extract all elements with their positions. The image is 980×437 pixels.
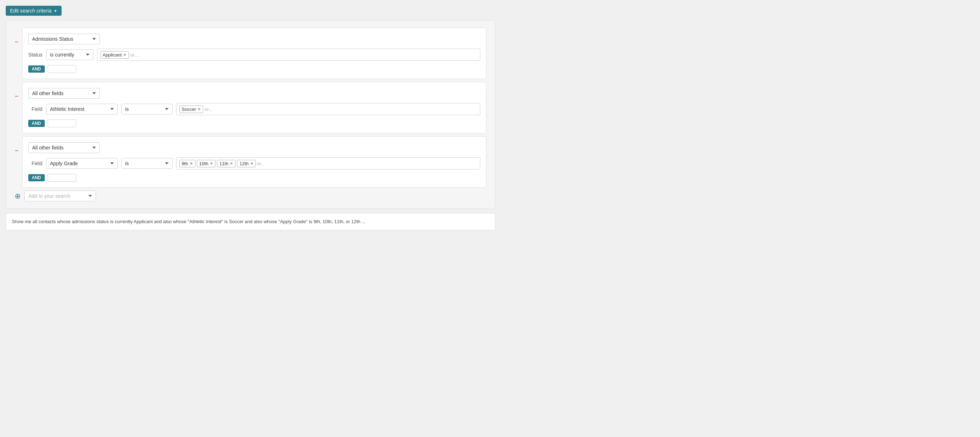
status-bar: Show me all contacts whose admissions st… (6, 213, 495, 230)
and-row-1: AND (28, 65, 480, 73)
criteria-group-1: − Admissions Status All other fields Cus… (15, 27, 487, 79)
criteria-group-2: − Admissions Status All other fields Cus… (15, 82, 487, 133)
remove-group-3-button[interactable]: − (15, 147, 19, 155)
remove-group-2-button[interactable]: − (15, 93, 19, 100)
tag-applicant-remove[interactable]: ✕ (123, 53, 126, 57)
field-label-1: Status (28, 52, 43, 58)
add-to-search-select[interactable]: Add to your search Admissions Status All… (24, 191, 96, 201)
and-row-3: AND (28, 174, 480, 182)
field-select-2[interactable]: Athletic Interest Apply Grade Graduation… (46, 104, 118, 114)
category-select-2[interactable]: Admissions Status All other fields Custo… (28, 88, 100, 99)
search-criteria-container: − Admissions Status All other fields Cus… (6, 20, 495, 209)
tag-applicant: Applicant ✕ (100, 51, 129, 59)
remove-group-1-button[interactable]: − (15, 38, 19, 46)
tag-11th: 11th ✕ (217, 160, 235, 167)
and-input-3[interactable] (48, 174, 76, 182)
criteria-group-3: − Admissions Status All other fields Cus… (15, 136, 487, 188)
tag-11th-label: 11th (220, 161, 228, 166)
and-button-3[interactable]: AND (28, 174, 45, 181)
edit-search-label: Edit search criteria (10, 8, 51, 14)
field-select-3[interactable]: Athletic Interest Apply Grade Graduation… (46, 158, 118, 169)
field-label-2: Field (28, 106, 43, 112)
and-button-1[interactable]: AND (28, 65, 45, 73)
criteria-box-1: Admissions Status All other fields Custo… (22, 27, 487, 79)
category-select-3[interactable]: Admissions Status All other fields Custo… (28, 142, 100, 153)
tag-12th-remove[interactable]: ✕ (250, 162, 253, 166)
tag-soccer-remove[interactable]: ✕ (197, 107, 201, 111)
category-row-3: Admissions Status All other fields Custo… (28, 142, 480, 153)
condition-select-2[interactable]: is is not contains does not contain (121, 104, 172, 114)
tag-10th: 10th ✕ (197, 160, 215, 167)
field-label-3: Field (28, 161, 43, 166)
tag-12th-label: 12th (239, 161, 248, 166)
field-row-3: Field Athletic Interest Apply Grade Grad… (28, 157, 480, 169)
and-input-1[interactable] (48, 65, 76, 73)
tag-10th-remove[interactable]: ✕ (210, 162, 213, 166)
criteria-box-2: Admissions Status All other fields Custo… (22, 82, 487, 133)
status-text: Show me all contacts whose admissions st… (12, 219, 366, 224)
category-row-2: Admissions Status All other fields Custo… (28, 88, 480, 99)
tag-12th: 12th ✕ (237, 160, 256, 167)
and-row-2: AND (28, 119, 480, 127)
tag-9th: 9th ✕ (179, 160, 196, 167)
tag-11th-remove[interactable]: ✕ (230, 162, 233, 166)
tag-placeholder-1: or... (130, 52, 138, 58)
tag-applicant-label: Applicant (103, 52, 122, 58)
tag-soccer: Soccer ✕ (179, 106, 203, 113)
add-icon[interactable]: ⊕ (15, 192, 21, 200)
add-to-search-row: ⊕ Add to your search Admissions Status A… (15, 191, 487, 201)
tag-soccer-label: Soccer (182, 106, 196, 112)
edit-search-button[interactable]: Edit search criteria ▼ (6, 6, 62, 16)
category-row-1: Admissions Status All other fields Custo… (28, 33, 480, 44)
criteria-box-3: Admissions Status All other fields Custo… (22, 136, 487, 188)
tag-9th-remove[interactable]: ✕ (190, 162, 193, 166)
condition-select-1[interactable]: is currently is not currently was was no… (46, 49, 94, 60)
edit-search-chevron: ▼ (54, 9, 57, 13)
tag-input-1[interactable]: Applicant ✕ or... (97, 49, 480, 61)
tag-input-2[interactable]: Soccer ✕ or... (176, 103, 480, 115)
and-input-2[interactable] (48, 119, 76, 127)
tag-placeholder-3: or... (257, 161, 265, 166)
condition-select-3[interactable]: is is not contains does not contain (121, 158, 172, 169)
tag-input-3[interactable]: 9th ✕ 10th ✕ 11th ✕ 12th (176, 157, 480, 169)
field-row-2: Field Athletic Interest Apply Grade Grad… (28, 103, 480, 115)
tag-placeholder-2: or... (205, 106, 213, 112)
and-button-2[interactable]: AND (28, 120, 45, 127)
tag-10th-label: 10th (199, 161, 208, 166)
tag-9th-label: 9th (182, 161, 188, 166)
field-row-1: Status is currently is not currently was… (28, 49, 480, 61)
category-select-1[interactable]: Admissions Status All other fields Custo… (28, 33, 100, 44)
